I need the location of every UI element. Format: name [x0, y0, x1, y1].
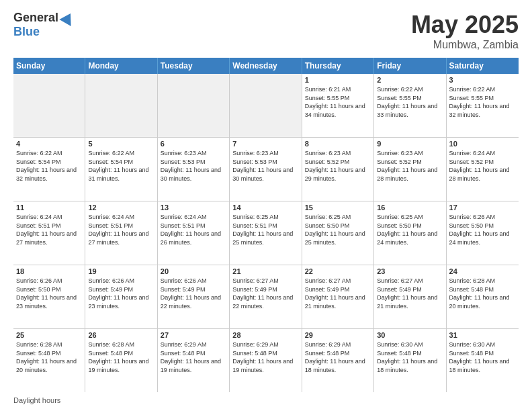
- header-day-saturday: Saturday: [447, 58, 519, 74]
- header-day-wednesday: Wednesday: [230, 58, 302, 74]
- calendar-day-empty: [85, 74, 157, 137]
- day-info: Sunrise: 6:30 AM Sunset: 5:48 PM Dayligh…: [377, 340, 443, 374]
- day-number: 3: [449, 76, 516, 84]
- day-number: 31: [449, 331, 516, 339]
- calendar-day-24: 24Sunrise: 6:28 AM Sunset: 5:48 PM Dayli…: [447, 265, 519, 328]
- calendar-day-29: 29Sunrise: 6:29 AM Sunset: 5:48 PM Dayli…: [302, 329, 374, 392]
- page: General Blue May 2025 Mumbwa, Zambia Sun…: [0, 0, 532, 411]
- header-day-thursday: Thursday: [302, 58, 374, 74]
- calendar-day-8: 8Sunrise: 6:23 AM Sunset: 5:52 PM Daylig…: [302, 138, 374, 201]
- calendar-day-2: 2Sunrise: 6:22 AM Sunset: 5:55 PM Daylig…: [374, 74, 446, 137]
- logo-blue-text: Blue: [13, 25, 40, 39]
- calendar-day-11: 11Sunrise: 6:24 AM Sunset: 5:51 PM Dayli…: [13, 201, 85, 265]
- calendar-day-10: 10Sunrise: 6:24 AM Sunset: 5:52 PM Dayli…: [447, 138, 519, 201]
- day-info: Sunrise: 6:25 AM Sunset: 5:50 PM Dayligh…: [377, 213, 443, 246]
- day-number: 18: [16, 267, 82, 275]
- day-number: 11: [16, 203, 82, 212]
- day-number: 28: [232, 331, 298, 339]
- calendar-body: 1Sunrise: 6:21 AM Sunset: 5:55 PM Daylig…: [13, 74, 519, 392]
- calendar-day-28: 28Sunrise: 6:29 AM Sunset: 5:48 PM Dayli…: [230, 329, 302, 392]
- day-info: Sunrise: 6:29 AM Sunset: 5:48 PM Dayligh…: [232, 340, 298, 374]
- day-number: 26: [88, 331, 154, 339]
- day-number: 23: [377, 267, 443, 275]
- calendar: SundayMondayTuesdayWednesdayThursdayFrid…: [13, 58, 519, 392]
- daylight-hours-label: Daylight hours: [13, 396, 60, 404]
- calendar-day-12: 12Sunrise: 6:24 AM Sunset: 5:51 PM Dayli…: [85, 201, 157, 265]
- day-info: Sunrise: 6:29 AM Sunset: 5:48 PM Dayligh…: [161, 340, 226, 374]
- footer: Daylight hours: [13, 396, 519, 404]
- day-number: 25: [16, 331, 82, 339]
- day-info: Sunrise: 6:30 AM Sunset: 5:48 PM Dayligh…: [449, 340, 516, 374]
- day-number: 10: [449, 140, 516, 148]
- day-number: 1: [305, 76, 371, 84]
- header-day-friday: Friday: [374, 58, 446, 74]
- day-info: Sunrise: 6:23 AM Sunset: 5:52 PM Dayligh…: [305, 149, 371, 183]
- day-info: Sunrise: 6:22 AM Sunset: 5:55 PM Dayligh…: [377, 85, 443, 119]
- day-info: Sunrise: 6:24 AM Sunset: 5:51 PM Dayligh…: [161, 213, 226, 246]
- day-info: Sunrise: 6:26 AM Sunset: 5:50 PM Dayligh…: [16, 277, 82, 310]
- calendar-day-4: 4Sunrise: 6:22 AM Sunset: 5:54 PM Daylig…: [13, 138, 85, 201]
- calendar-header: SundayMondayTuesdayWednesdayThursdayFrid…: [13, 58, 519, 74]
- calendar-location: Mumbwa, Zambia: [411, 39, 519, 51]
- day-number: 30: [377, 331, 443, 339]
- calendar-day-13: 13Sunrise: 6:24 AM Sunset: 5:51 PM Dayli…: [158, 201, 230, 265]
- calendar-week-1: 1Sunrise: 6:21 AM Sunset: 5:55 PM Daylig…: [13, 74, 519, 138]
- day-info: Sunrise: 6:24 AM Sunset: 5:51 PM Dayligh…: [88, 213, 154, 246]
- day-info: Sunrise: 6:23 AM Sunset: 5:53 PM Dayligh…: [232, 149, 298, 183]
- day-number: 17: [449, 203, 516, 212]
- day-number: 14: [232, 203, 298, 212]
- calendar-day-15: 15Sunrise: 6:25 AM Sunset: 5:50 PM Dayli…: [302, 201, 374, 265]
- day-info: Sunrise: 6:27 AM Sunset: 5:49 PM Dayligh…: [305, 277, 371, 310]
- calendar-week-3: 11Sunrise: 6:24 AM Sunset: 5:51 PM Dayli…: [13, 201, 519, 265]
- calendar-day-empty: [230, 74, 302, 137]
- day-number: 22: [305, 267, 371, 275]
- logo: General Blue: [13, 11, 75, 39]
- logo-general-text: General: [13, 11, 58, 25]
- calendar-day-23: 23Sunrise: 6:27 AM Sunset: 5:49 PM Dayli…: [374, 265, 446, 328]
- day-number: 2: [377, 76, 443, 84]
- day-info: Sunrise: 6:22 AM Sunset: 5:54 PM Dayligh…: [88, 149, 154, 183]
- calendar-day-17: 17Sunrise: 6:26 AM Sunset: 5:50 PM Dayli…: [447, 201, 519, 265]
- header-day-monday: Monday: [85, 58, 157, 74]
- day-info: Sunrise: 6:27 AM Sunset: 5:49 PM Dayligh…: [232, 277, 298, 310]
- calendar-day-1: 1Sunrise: 6:21 AM Sunset: 5:55 PM Daylig…: [302, 74, 374, 137]
- day-number: 15: [305, 203, 371, 212]
- calendar-week-2: 4Sunrise: 6:22 AM Sunset: 5:54 PM Daylig…: [13, 138, 519, 201]
- calendar-day-19: 19Sunrise: 6:26 AM Sunset: 5:49 PM Dayli…: [85, 265, 157, 328]
- day-info: Sunrise: 6:25 AM Sunset: 5:50 PM Dayligh…: [305, 213, 371, 246]
- day-info: Sunrise: 6:24 AM Sunset: 5:51 PM Dayligh…: [16, 213, 82, 246]
- day-number: 6: [161, 140, 226, 148]
- calendar-title: May 2025: [411, 11, 519, 39]
- day-info: Sunrise: 6:26 AM Sunset: 5:49 PM Dayligh…: [88, 277, 154, 310]
- day-number: 21: [232, 267, 298, 275]
- day-number: 13: [161, 203, 226, 212]
- day-number: 20: [161, 267, 226, 275]
- calendar-day-26: 26Sunrise: 6:28 AM Sunset: 5:48 PM Dayli…: [85, 329, 157, 392]
- title-block: May 2025 Mumbwa, Zambia: [411, 11, 519, 51]
- calendar-day-3: 3Sunrise: 6:22 AM Sunset: 5:55 PM Daylig…: [447, 74, 519, 137]
- day-number: 27: [161, 331, 226, 339]
- day-info: Sunrise: 6:26 AM Sunset: 5:50 PM Dayligh…: [449, 213, 516, 246]
- calendar-day-14: 14Sunrise: 6:25 AM Sunset: 5:51 PM Dayli…: [230, 201, 302, 265]
- logo-triangle-icon: [59, 10, 76, 26]
- calendar-day-25: 25Sunrise: 6:28 AM Sunset: 5:48 PM Dayli…: [13, 329, 85, 392]
- day-info: Sunrise: 6:28 AM Sunset: 5:48 PM Dayligh…: [449, 277, 516, 310]
- calendar-day-6: 6Sunrise: 6:23 AM Sunset: 5:53 PM Daylig…: [158, 138, 230, 201]
- day-info: Sunrise: 6:22 AM Sunset: 5:55 PM Dayligh…: [449, 85, 516, 119]
- day-info: Sunrise: 6:26 AM Sunset: 5:49 PM Dayligh…: [161, 277, 226, 310]
- header: General Blue May 2025 Mumbwa, Zambia: [13, 11, 519, 51]
- day-info: Sunrise: 6:24 AM Sunset: 5:52 PM Dayligh…: [449, 149, 516, 183]
- day-info: Sunrise: 6:21 AM Sunset: 5:55 PM Dayligh…: [305, 85, 371, 119]
- day-info: Sunrise: 6:27 AM Sunset: 5:49 PM Dayligh…: [377, 277, 443, 310]
- day-info: Sunrise: 6:28 AM Sunset: 5:48 PM Dayligh…: [16, 340, 82, 374]
- logo-text: General: [13, 11, 75, 25]
- day-number: 4: [16, 140, 82, 148]
- calendar-day-5: 5Sunrise: 6:22 AM Sunset: 5:54 PM Daylig…: [85, 138, 157, 201]
- day-number: 9: [377, 140, 443, 148]
- day-number: 5: [88, 140, 154, 148]
- calendar-day-18: 18Sunrise: 6:26 AM Sunset: 5:50 PM Dayli…: [13, 265, 85, 328]
- calendar-day-20: 20Sunrise: 6:26 AM Sunset: 5:49 PM Dayli…: [158, 265, 230, 328]
- calendar-day-empty: [13, 74, 85, 137]
- day-number: 16: [377, 203, 443, 212]
- calendar-day-22: 22Sunrise: 6:27 AM Sunset: 5:49 PM Dayli…: [302, 265, 374, 328]
